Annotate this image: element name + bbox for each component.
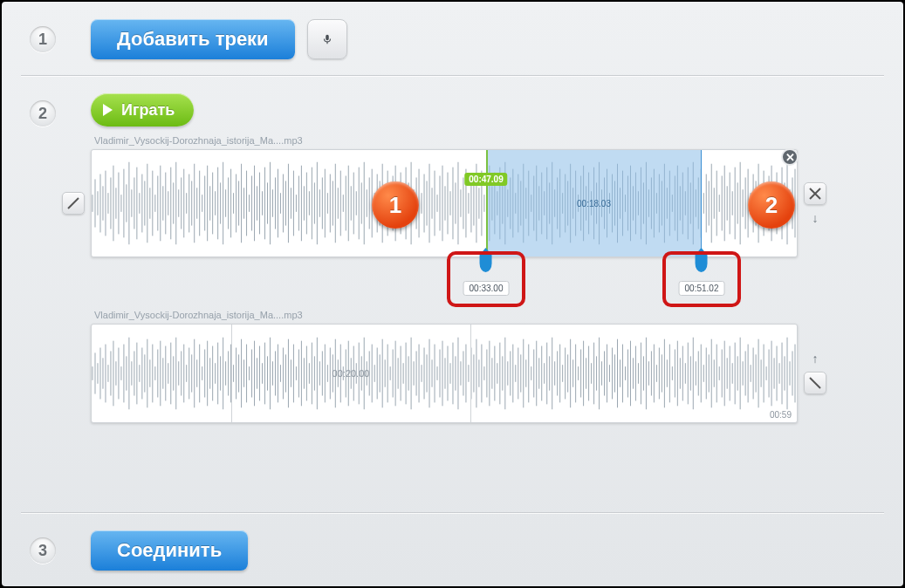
track-1-filename: Vladimir_Vysockij-Dorozhnaja_istorija_Ma… bbox=[94, 135, 798, 146]
handle-end-time[interactable]: 00:51.02 bbox=[679, 281, 725, 296]
play-label: Играть bbox=[121, 101, 175, 120]
fade-out-toggle[interactable] bbox=[804, 372, 826, 394]
crossfade-icon bbox=[809, 188, 821, 200]
add-tracks-button[interactable]: Добавить треки bbox=[91, 19, 295, 59]
move-down-icon[interactable]: ↓ bbox=[812, 212, 819, 224]
callout-badge-1: 1 bbox=[372, 181, 419, 229]
step-2-row: 2 Играть bbox=[2, 76, 903, 126]
record-mic-button[interactable] bbox=[307, 19, 347, 59]
fade-in-toggle[interactable] bbox=[62, 192, 85, 215]
fade-out-icon bbox=[809, 377, 821, 389]
audio-joiner-app: 1 Добавить треки 2 Играть Vladimir_Vysoc… bbox=[2, 2, 903, 586]
callout-badge-2: 2 bbox=[748, 181, 795, 229]
handle-knob-icon bbox=[696, 253, 708, 272]
track-2: Vladimir_Vysockij-Dorozhnaja_istorija_Ma… bbox=[91, 310, 798, 423]
step-3-badge: 3 bbox=[30, 537, 56, 564]
track-1-playhead-time: 00:47.09 bbox=[464, 173, 507, 186]
track-1-tool-left bbox=[62, 192, 85, 215]
handle-start-time[interactable]: 00:33.00 bbox=[463, 281, 510, 296]
crossfade-toggle[interactable] bbox=[804, 182, 826, 205]
track-1-handle-start[interactable]: 00:33.00 bbox=[463, 253, 510, 296]
segment-divider-1 bbox=[231, 325, 232, 422]
join-label: Соединить bbox=[117, 539, 222, 562]
track-1-handle-end[interactable]: 00:51.02 bbox=[679, 253, 725, 296]
handle-knob-icon bbox=[480, 253, 492, 272]
play-icon bbox=[103, 104, 113, 116]
play-button[interactable]: Играть bbox=[91, 93, 194, 126]
step-2-badge: 2 bbox=[30, 100, 56, 126]
track-2-total-time: 00:59 bbox=[770, 410, 792, 420]
track-1-selection[interactable]: 00:18.03 bbox=[486, 150, 702, 256]
track-1-playhead[interactable] bbox=[486, 150, 488, 256]
track-1-tool-right: ↓ bbox=[804, 182, 826, 224]
move-up-icon[interactable]: ↑ bbox=[812, 352, 819, 365]
selection-duration: 00:18.03 bbox=[577, 199, 611, 209]
add-tracks-label: Добавить треки bbox=[117, 28, 269, 51]
track-1: Vladimir_Vysockij-Dorozhnaja_istorija_Ma… bbox=[91, 135, 798, 257]
segment-divider-2 bbox=[470, 325, 471, 422]
waveform-graphic-2 bbox=[92, 325, 797, 422]
join-button[interactable]: Соединить bbox=[91, 530, 248, 571]
fade-in-icon bbox=[67, 197, 79, 209]
track-2-segment-time: 00:20.00 bbox=[333, 368, 370, 379]
track-1-waveform[interactable]: 00:18.03 00:47.09 00:33.00 00:51.02 bbox=[91, 149, 798, 257]
track-2-waveform[interactable]: 00:20.00 00:59 ↑ bbox=[91, 324, 798, 423]
step-1-badge: 1 bbox=[30, 26, 56, 52]
track-1-close-button[interactable]: ✕ bbox=[781, 148, 799, 166]
tracks-panel: Vladimir_Vysockij-Dorozhnaja_istorija_Ma… bbox=[2, 126, 903, 512]
microphone-icon bbox=[321, 33, 333, 45]
step-1-row: 1 Добавить треки bbox=[2, 2, 903, 75]
step-3-row: 3 Соединить bbox=[2, 513, 903, 586]
track-2-filename: Vladimir_Vysockij-Dorozhnaja_istorija_Ma… bbox=[94, 310, 798, 320]
track-2-tool-right: ↑ bbox=[804, 352, 826, 394]
